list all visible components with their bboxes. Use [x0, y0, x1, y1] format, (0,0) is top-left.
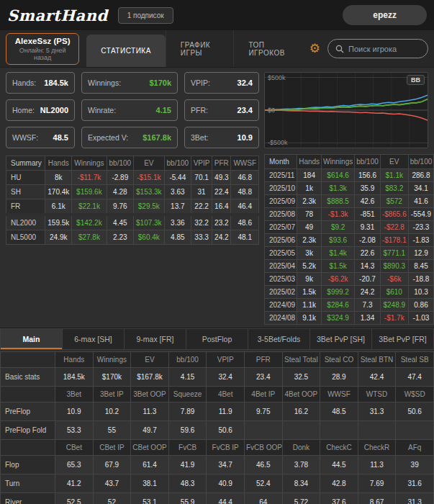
table-cell: -$6k [380, 273, 408, 286]
graph-y-label-top: $500k [268, 74, 286, 81]
table-cell: -554.9 [408, 208, 434, 221]
column-header: CBet IP [93, 440, 131, 456]
column-header: CBet OOP [131, 440, 169, 456]
table-row: 2025/101k$1.3k35.9$83.234.1 [265, 182, 434, 195]
graph-series-non-showdown-winnings [265, 110, 428, 120]
column-header [1, 352, 55, 368]
table-cell: 41.6 [408, 195, 434, 208]
table-row: 2024/089.1k$324.91.34-$1.7k-1.03 [265, 312, 434, 325]
table-cell: 48.5 [320, 402, 358, 421]
table-cell: $142.2k [72, 215, 107, 230]
player-card[interactable]: AlexeSsz (PS) Онлайн: 5 дней назад [6, 33, 79, 65]
table-cell: NL5000 [6, 230, 45, 245]
graph-svg [265, 73, 428, 148]
table-header-row: MonthHandsWinningsbb/100EVbb/100 [265, 155, 434, 169]
column-header: WWSF [320, 387, 358, 402]
table-cell: -20.7 [355, 273, 381, 286]
table-cell: $22.1k [72, 199, 107, 215]
table-cell: 5.72 [282, 493, 320, 504]
search-icon [335, 45, 344, 53]
subheader: AlexeSsz (PS) Онлайн: 5 дней назад СТАТИ… [0, 30, 434, 68]
table-cell: $153.3k [134, 185, 165, 199]
tab-3-5bet-folds[interactable]: 3-5Bet/Folds [248, 328, 310, 350]
table-cell: SH [6, 185, 45, 199]
table-cell: FR [6, 199, 45, 215]
column-header: Steal SB [396, 352, 434, 368]
table-row: 2025/045.2k$1.5k14.3$890.38.45 [265, 260, 434, 273]
tab-3bet-pvp-fr[interactable]: 3Bet PvP [FR] [372, 328, 434, 350]
table-cell: 39 [396, 456, 434, 474]
table-cell [282, 421, 320, 440]
table-cell: 12.9 [408, 247, 434, 260]
table-cell: 40.9 [207, 474, 245, 493]
table-cell: 2025/07 [265, 221, 297, 234]
stat-cards: Hands:184.5kWinnings:$170kVPIP:32.4Home:… [6, 72, 259, 148]
table-cell: $999.2 [322, 286, 355, 299]
column-header: bb/100 [168, 352, 207, 368]
table-row: NL500024.9k$27.8k2.23$60.4k4.8533.324.24… [6, 230, 259, 245]
table-cell: 53.1 [131, 493, 169, 504]
stat-card-value: 4.15 [156, 106, 171, 114]
table-cell: 6.1k [45, 199, 72, 215]
tab-9max-fr[interactable]: 9-max [FR] [125, 328, 186, 350]
column-header: EV [134, 156, 165, 171]
table-cell: -$11.7k [72, 171, 107, 185]
table-cell: 35.9 [355, 182, 381, 195]
bb-toggle-button[interactable]: BB [407, 75, 425, 85]
table-row: 2024/091.1k$284.67.3$248.90.86 [265, 299, 434, 312]
tab-3bet-pvp-sh[interactable]: 3Bet PvP [SH] [310, 328, 372, 350]
table-cell: 31.3 [358, 402, 396, 421]
stat-card-value: $170k [149, 78, 171, 87]
table-cell: 47.4 [396, 368, 434, 387]
table-cell: 53.3 [55, 421, 94, 440]
tab-statistics[interactable]: СТАТИСТИКА [86, 35, 166, 67]
table-cell: PreFlop Fold [1, 421, 55, 440]
column-header: Hands [297, 155, 322, 169]
table-cell: Turn [1, 474, 55, 493]
subscriptions-button[interactable]: 1 подписок [118, 7, 173, 24]
graph-series-showdown-winnings [265, 95, 428, 110]
table-cell: 2025/08 [265, 208, 297, 221]
table-cell: 8.45 [408, 260, 434, 273]
column-header: bb/100 [355, 155, 381, 169]
stat-card-label: 3Bet: [191, 133, 209, 142]
table-cell: 61.4 [131, 456, 169, 474]
table-cell: 11.3 [358, 456, 396, 474]
table-cell: 0.86 [408, 299, 434, 312]
table-cell: 52.5 [55, 493, 94, 504]
search-input[interactable] [348, 45, 420, 53]
table-cell: 1k [297, 182, 322, 195]
user-menu-button[interactable]: epezz [343, 5, 427, 25]
table-cell [396, 421, 434, 440]
column-header: Winnings [322, 155, 355, 169]
column-header: EV [131, 352, 169, 368]
search-box[interactable] [327, 39, 428, 58]
table-cell: $167.8k [131, 368, 169, 387]
table-cell: 65.3 [55, 456, 94, 474]
tab-main[interactable]: Main [0, 328, 63, 350]
column-header: Donk [282, 440, 320, 456]
table-row: SH170.4k$159.6k4.28$153.3k3.633122.448.8 [6, 185, 259, 199]
table-cell: 44.4 [207, 493, 245, 504]
stat-card-value: 184.5k [44, 78, 68, 87]
table-cell: $27.8k [72, 230, 107, 245]
table-cell: 48.3 [168, 474, 207, 493]
column-header: VPIP [191, 156, 212, 171]
table-cell: HU [6, 171, 45, 185]
tab-postflop[interactable]: PostFlop [186, 328, 248, 350]
tab-game-graph[interactable]: ГРАФИК ИГРЫ [166, 30, 234, 67]
table-cell: $771.1 [380, 247, 408, 260]
stat-card-label: Winnings: [88, 78, 121, 87]
table-cell: 184 [297, 169, 322, 182]
tab-6max-sh[interactable]: 6-max [SH] [63, 328, 125, 350]
tab-top-players[interactable]: ТОП ИГРОКОВ [233, 30, 302, 67]
table-cell: 34.1 [408, 182, 434, 195]
table-cell: River [1, 493, 55, 504]
table-cell: 170.4k [45, 185, 72, 199]
table-row: 2025/053k$1.4k22.6$771.112.9 [265, 247, 434, 260]
settings-gear-icon[interactable]: ⚙ [309, 42, 320, 55]
table-cell: 4.28 [107, 185, 133, 199]
nav-tabs: СТАТИСТИКАГРАФИК ИГРЫТОП ИГРОКОВ [86, 30, 302, 67]
table-row: 2025/0749$9.29.31-$22.8-23.3 [265, 221, 434, 234]
table-cell: 32.2 [191, 215, 212, 230]
